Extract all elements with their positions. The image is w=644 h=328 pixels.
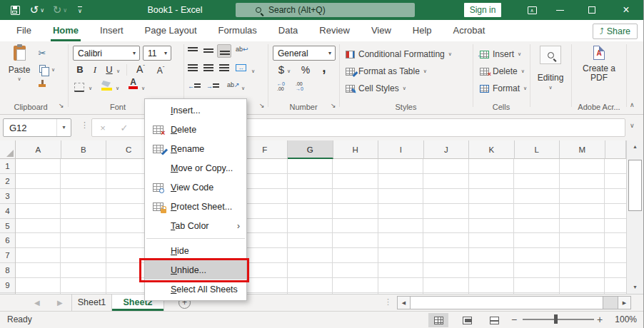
bold-button[interactable]: B — [74, 64, 86, 75]
tab-formulas[interactable]: Formulas — [208, 20, 268, 41]
paste-button[interactable]: Paste ∨ — [6, 46, 33, 82]
alignment-dialog-launcher[interactable]: ↘ — [259, 102, 265, 109]
sheet-tab-sheet1[interactable]: Sheet1 — [71, 294, 112, 311]
column-header-partial[interactable] — [605, 140, 627, 159]
font-color-icon[interactable]: A — [129, 78, 138, 89]
menu-item-select-all-sheets[interactable]: Select All Sheets — [145, 280, 246, 299]
create-pdf-button[interactable]: A Create a PDF — [577, 46, 621, 83]
row-header-8[interactable]: 8 — [0, 263, 15, 278]
cut-icon[interactable]: ✂ — [36, 47, 49, 58]
search-input[interactable]: Search (Alt+Q) — [236, 3, 415, 17]
underline-button[interactable]: U — [104, 64, 114, 75]
tab-data[interactable]: Data — [268, 20, 308, 41]
italic-button[interactable]: I — [90, 64, 100, 76]
tab-review[interactable]: Review — [308, 20, 361, 41]
format-cells-button[interactable]: Format∨ — [480, 81, 527, 96]
number-format-select[interactable]: General▾ — [273, 46, 336, 61]
decrease-indent-icon[interactable]: ← — [188, 83, 201, 90]
column-header-l[interactable]: L — [515, 140, 560, 159]
conditional-formatting-button[interactable]: Conditional Formatting∨ — [346, 47, 452, 61]
editing-group-button[interactable]: Editing ∨ — [534, 46, 567, 91]
customize-quick-access-icon[interactable]: ∨ — [73, 0, 87, 20]
clipboard-dialog-launcher[interactable]: ↘ — [59, 102, 64, 109]
column-header-j[interactable]: J — [424, 140, 470, 159]
menu-item-insert[interactable]: Insert... — [145, 101, 246, 120]
formula-bar-divider[interactable]: ⋮ — [81, 121, 89, 130]
close-button[interactable]: × — [615, 0, 637, 20]
menu-item-view-code[interactable]: View Code — [145, 178, 246, 197]
align-right-icon[interactable] — [219, 64, 229, 71]
tab-home[interactable]: Home — [42, 20, 89, 41]
menu-item-tab-color[interactable]: Tab Color› — [145, 216, 246, 235]
align-top-icon[interactable] — [188, 47, 198, 52]
zoom-out-button[interactable]: − — [511, 314, 517, 325]
vertical-scroll-thumb[interactable] — [628, 160, 642, 211]
horizontal-scrollbar[interactable]: ◀ ▶ — [397, 296, 631, 309]
scroll-up-icon[interactable]: ▲ — [627, 140, 643, 153]
column-header-k[interactable]: K — [469, 140, 515, 159]
collapse-ribbon-icon[interactable]: ∧ — [630, 101, 635, 108]
row-header-1[interactable]: 1 — [0, 159, 15, 174]
comma-button[interactable]: , — [320, 60, 328, 76]
cancel-icon[interactable]: × — [92, 123, 114, 133]
zoom-in-button[interactable]: + — [597, 314, 603, 325]
minimize-button[interactable] — [551, 0, 568, 20]
name-box-dropdown-icon[interactable]: ▾ — [56, 119, 71, 136]
vertical-scrollbar[interactable]: ▲ ▼ — [626, 140, 643, 294]
scroll-right-icon[interactable]: ▶ — [618, 297, 630, 309]
row-header-9[interactable]: 9 — [0, 278, 15, 293]
scroll-left-icon[interactable]: ◀ — [398, 297, 411, 309]
menu-item-delete[interactable]: ×Delete — [145, 120, 246, 139]
menu-item-protect-sheet[interactable]: Protect Sheet... — [145, 197, 246, 216]
page-break-view-button[interactable] — [484, 313, 504, 327]
wrap-text-icon[interactable]: ab↩ — [236, 46, 248, 53]
zoom-slider-handle[interactable] — [554, 314, 558, 324]
undo-icon[interactable]: ↺∨ — [27, 0, 47, 20]
delete-cells-button[interactable]: ×Delete∨ — [480, 64, 525, 78]
cells-area[interactable] — [16, 159, 626, 294]
tab-help[interactable]: Help — [402, 20, 443, 41]
select-all-corner[interactable] — [0, 140, 16, 159]
tab-insert[interactable]: Insert — [89, 20, 134, 41]
sign-in-button[interactable]: Sign in — [464, 3, 501, 17]
column-header-h[interactable]: H — [333, 140, 379, 159]
fill-color-icon[interactable] — [101, 81, 112, 91]
tab-acrobat[interactable]: Acrobat — [443, 20, 496, 41]
increase-indent-icon[interactable]: → — [206, 83, 219, 90]
shrink-font-button[interactable]: Aˇ — [154, 65, 167, 76]
column-header-b[interactable]: B — [61, 140, 107, 159]
zoom-slider-track[interactable] — [523, 319, 594, 320]
align-bottom-icon[interactable] — [217, 44, 231, 58]
currency-button[interactable]: $ — [277, 63, 286, 76]
enter-icon[interactable]: ✓ — [114, 123, 135, 133]
number-dialog-launcher[interactable]: ↘ — [331, 102, 336, 109]
ribbon-display-options-icon[interactable]: ∧ — [523, 0, 540, 20]
font-name-select[interactable]: Calibri▾ — [73, 46, 140, 61]
insert-cells-button[interactable]: ←Insert∨ — [480, 47, 521, 61]
merge-center-icon[interactable]: ↔ — [236, 64, 246, 71]
increase-decimal-icon[interactable]: ←0.00 — [277, 81, 285, 91]
copy-icon[interactable] — [36, 63, 49, 74]
name-box[interactable]: G12 ▾ — [3, 118, 71, 137]
horizontal-scroll-thumb[interactable] — [411, 297, 603, 309]
borders-icon[interactable] — [73, 81, 86, 93]
column-header-m[interactable]: M — [560, 140, 605, 159]
row-header-3[interactable]: 3 — [0, 189, 15, 204]
row-header-5[interactable]: 5 — [0, 219, 15, 234]
format-as-table-button[interactable]: Format as Table∨ — [346, 64, 427, 78]
scroll-down-icon[interactable]: ▼ — [627, 281, 643, 294]
maximize-button[interactable] — [583, 0, 600, 20]
row-header-6[interactable]: 6 — [0, 233, 15, 248]
expand-formula-bar-icon[interactable]: ∨ — [630, 122, 635, 129]
zoom-level[interactable]: 100% — [608, 314, 637, 324]
column-header-f[interactable]: F — [243, 140, 288, 159]
menu-item-unhide[interactable]: Unhide... — [145, 260, 246, 280]
align-left-icon[interactable] — [188, 64, 198, 71]
tab-file[interactable]: File — [6, 20, 42, 41]
column-header-a[interactable]: A — [16, 140, 61, 159]
prev-sheet-icon[interactable]: ◀ — [34, 294, 40, 312]
tab-splitter[interactable]: ⋮ — [384, 297, 392, 307]
decrease-decimal-icon[interactable]: .00→0 — [296, 81, 303, 91]
page-layout-view-button[interactable] — [457, 313, 477, 327]
normal-view-button[interactable] — [428, 313, 448, 327]
